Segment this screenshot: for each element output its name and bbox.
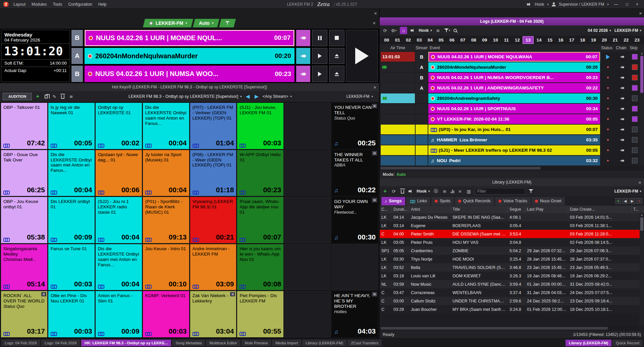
chain-cell[interactable]: ↠ [615, 125, 629, 134]
hotkey-cell[interactable]: ▦ Piet Pompies - Dis LEKKER FM ♫ 00:55 [237, 291, 283, 337]
stream-icon[interactable]: Ⓢ [433, 188, 439, 194]
hotkey-cell[interactable]: ▦ ♫ [284, 291, 331, 337]
log-row[interactable]: ♫ NOU Pedri 03:32 ↠ [381, 156, 640, 165]
hour-button[interactable]: 12 [512, 37, 522, 44]
hour-button[interactable]: 14 [534, 37, 544, 44]
hotkey-cell[interactable]: ▦ GO YOUR OWN WAY Fleetwood... ♫ 00:30 [332, 197, 378, 243]
chain-cell[interactable]: ↠ [615, 52, 629, 62]
hotkey-cell[interactable]: ▦ Hier is jou kaans om te wen - Whats-Ap… [237, 244, 283, 290]
column-header[interactable]: Segue [508, 206, 525, 213]
automation-mode-selector[interactable]: Auto ▾ [193, 19, 220, 27]
skip-checkbox[interactable] [632, 137, 638, 143]
column-header[interactable]: Last Play [525, 206, 568, 213]
library-horizontal-scrollbar[interactable] [381, 326, 639, 330]
hotkey-cell[interactable]: ▦ (SJ2) - Jou nr.1 LEKKER radio stasie 0… [96, 197, 142, 243]
library-row[interactable]: C 03:29 Juan Boucher MY BRA (Saam met Sa… [380, 305, 640, 314]
hotkey-cell[interactable]: ▦ Dis die LEKKERSTE Ontbyt saam met Anto… [48, 150, 95, 196]
copy-icon[interactable] [43, 93, 49, 99]
filter-button[interactable]: ▾ [444, 27, 450, 33]
scrollbar-thumb[interactable] [640, 217, 643, 231]
log-event[interactable]: ♫ NOU Pedri 03:32 [428, 156, 600, 165]
taskbar-item[interactable]: Multitrack Editor [206, 340, 240, 346]
hour-button[interactable]: 23 [632, 37, 642, 44]
chain-cell[interactable]: ↠ [615, 62, 629, 72]
skip-checkbox[interactable] [632, 127, 638, 132]
log-row[interactable]: 13:01:03 B ♫ NUUS 04.02.26 1 UUR | MONDE… [381, 52, 640, 62]
menu-item[interactable]: Tools [53, 2, 62, 7]
hotkey-cell[interactable]: ▦ ROCKIN` ALL OVER THE WORLD Status Quo … [1, 291, 47, 337]
hotkey-cell[interactable]: ▦ Dis LEKKER ontbyt 01 ♫ 00:09 [48, 197, 95, 243]
close-icon[interactable]: × [371, 84, 378, 90]
menu-item[interactable]: Layout [13, 2, 25, 7]
library-station-selector[interactable]: LEKKER-FM▾ [614, 189, 641, 194]
deck-event[interactable]: 260204nMondeNqulwanaMurder 00:20 [85, 48, 294, 64]
taskbar-item[interactable]: Logs: 04 Feb 2026 [1, 340, 40, 346]
gear-icon[interactable]: ⚙▾ [391, 27, 396, 33]
scrollbar-thumb[interactable] [640, 56, 643, 93]
library-row[interactable]: C 04:00 Pieter Smith DIE OSSEWA (Saam me… [380, 230, 640, 238]
hotkey-cell[interactable]: ▦ Dis die LEKKERSTE Ontbyt saam met Anto… [143, 103, 189, 149]
station-selector[interactable]: LEKKER-FM ▾ [143, 19, 193, 27]
log-date-selector[interactable]: 04 02 2026▾ [588, 28, 611, 33]
broadcast-icon[interactable]: ≋ [442, 188, 447, 194]
delete-icon[interactable] [400, 188, 405, 194]
hotkey-cell[interactable]: ▦ Vrywaring (LEKKER FM 98.3) 01 ♫ 00:21 [190, 197, 236, 243]
broadcast-icon[interactable]: ≋ [435, 27, 441, 33]
log-vertical-scrollbar[interactable]: ▲ [640, 52, 644, 165]
chain-cell[interactable]: ↠ [615, 135, 629, 145]
hotkey-cell[interactable]: ▦ THE WINNER TAKES IT ALL ABBA ♫ 00:22 [332, 150, 378, 196]
skip-cell[interactable] [630, 125, 640, 134]
filter-input[interactable] [475, 188, 525, 195]
close-icon[interactable]: × [636, 180, 643, 185]
hotkey-cell[interactable]: ▦ Ontbyt op sy LEKKERSTE 01 ♫ 00:02 [96, 103, 142, 149]
library-vertical-scrollbar[interactable]: ▲ [640, 213, 644, 326]
column-header[interactable]: Event [428, 46, 599, 50]
skip-cell[interactable] [630, 156, 640, 165]
stop-button[interactable] [329, 30, 344, 46]
library-row[interactable]: C 03:47 Corrazerwas WENTELBAAN 3:37.4 31… [380, 288, 640, 297]
skip-checkbox[interactable] [632, 106, 638, 112]
close-icon[interactable]: × [372, 10, 379, 16]
hour-button[interactable]: 04 [425, 37, 435, 44]
hotkey-cell[interactable]: ▦ Fanus se Tune 01 ♫ 00:03 [48, 244, 95, 290]
segue-arrow-button[interactable]: ↠ [296, 48, 310, 64]
hour-button[interactable]: 08 [469, 37, 479, 44]
search-icon[interactable] [453, 29, 457, 32]
hotkey-cell[interactable]: ▦ (P01) - SportBlitz - Riaan de Klerk (M… [143, 197, 189, 243]
eject-button[interactable] [329, 66, 344, 82]
hotkeys-station-selector[interactable]: LEKKER-FM ▾ [346, 94, 376, 99]
hotkey-cell[interactable]: ▦ HE AIN`T HEAVY, HE`S MY BROTHER Hollie… [332, 291, 378, 337]
hotkey-cell[interactable]: ▦ ♫ [284, 197, 331, 243]
skip-checkbox[interactable] [632, 95, 638, 101]
hotkey-cell[interactable]: ▦ ♫ [284, 150, 331, 196]
hour-button[interactable]: 02 [403, 37, 414, 44]
hotkey-cell[interactable]: ▦ W-APP Ontbyt Hello 01 ♫ 00:23 [237, 150, 283, 196]
log-event[interactable]: ♫ VT LEKKER-FM: 2026-02-04 11:36 00:05 [428, 114, 600, 124]
library-row[interactable]: LK 03:05 Pieter Pruis HOU MY VAS 3:04.8 … [380, 238, 640, 247]
add-icon[interactable]: + [382, 188, 388, 194]
delete-icon[interactable] [60, 93, 65, 99]
hour-button[interactable]: 00 [381, 37, 392, 44]
chain-cell[interactable]: ↠ [615, 145, 629, 155]
log-station-selector[interactable]: LEKKER-FM▾ [614, 28, 641, 33]
log-row[interactable]: A ♫ NUUS 04.02.26 1 UUR | ANDREWINGRAMSA… [381, 83, 640, 93]
stream-filter-selector[interactable]: <Any Stream> ▾ [263, 94, 292, 99]
hotkey-cell[interactable]: ▦ Jy luister na Sport (Musiek) 01 ♫ 00:0… [143, 150, 189, 196]
hour-button[interactable]: 15 [545, 37, 555, 44]
chain-cell[interactable]: ↠ [615, 83, 629, 93]
hotkey-cell[interactable]: ▦ Ollie en Pine - Dis Nou LEKKER 01 ♫ 00… [48, 291, 95, 337]
menu-item[interactable]: Modules [32, 2, 47, 7]
library-hook-selector[interactable]: Hook▾ [417, 189, 430, 194]
deck-event[interactable]: NUUS 04.02.26 1 UUR | MONDE NQUL... 00:0… [85, 30, 294, 46]
library-tab[interactable]: ♪ Voice Tracks [495, 197, 531, 205]
library-row[interactable]: LK 03:30 Thys Nortje HOE MOOI 3:25.4 28 … [380, 255, 640, 263]
log-event[interactable]: ♫ HAMMER Liza Brönner 03:35 [428, 135, 600, 145]
hotkey-cell[interactable]: ▦ Andre Immelman - LEKKER FM ♫ 03:09 [190, 244, 236, 290]
chain-cell[interactable]: ↠ [615, 93, 629, 103]
chain-cell[interactable]: ↠ [615, 114, 629, 124]
refresh-icon[interactable]: ⟳ [382, 27, 388, 33]
skip-cell[interactable] [630, 114, 640, 124]
taskbar-item[interactable]: Note Preview [241, 340, 271, 346]
skip-checkbox[interactable] [632, 147, 638, 153]
column-header[interactable]: Chain [614, 46, 628, 50]
